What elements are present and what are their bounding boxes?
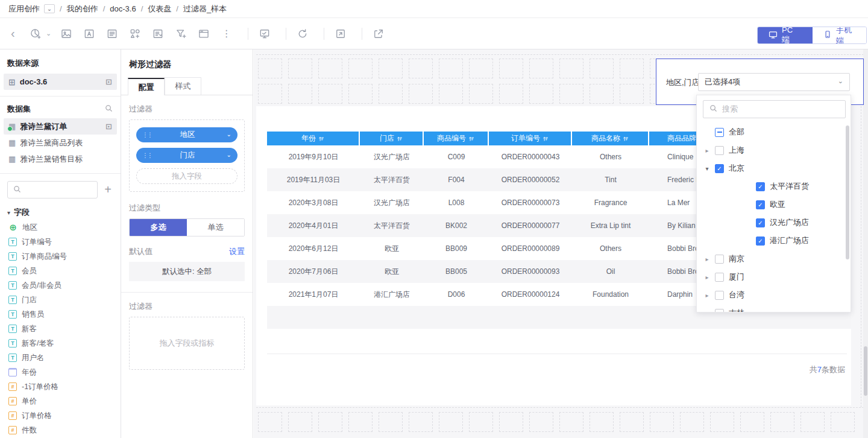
tree-option-吉林[interactable]: ▸吉林 bbox=[697, 304, 846, 313]
chevron-down-icon[interactable]: ⌄ bbox=[44, 4, 55, 13]
tab-block-icon[interactable] bbox=[195, 25, 213, 43]
checkbox-unchecked[interactable] bbox=[715, 291, 724, 300]
canvas-scrollbar[interactable] bbox=[863, 49, 868, 438]
sort-icon[interactable] bbox=[468, 136, 474, 142]
settings-link[interactable]: 设置 bbox=[229, 246, 245, 257]
tree-option-南京[interactable]: ▸南京 bbox=[697, 250, 846, 268]
funnel-add-icon[interactable] bbox=[172, 25, 190, 43]
breadcrumb-item[interactable]: 应用创作 bbox=[8, 4, 40, 14]
tree-option-上海[interactable]: ▸上海 bbox=[697, 141, 846, 159]
image-icon[interactable] bbox=[57, 25, 75, 43]
filter-type-单选[interactable]: 单选 bbox=[187, 219, 244, 236]
sort-icon[interactable] bbox=[623, 136, 629, 142]
tree-option-厦门[interactable]: ▸厦门 bbox=[697, 268, 846, 286]
field-item[interactable]: T新客/老客 bbox=[0, 336, 121, 351]
checkbox-checked[interactable]: ✓ bbox=[756, 218, 765, 227]
filter-drop-zone[interactable]: ⋮⋮地区⌄⋮⋮门店⌄ 拖入字段 bbox=[129, 119, 245, 192]
list-filter-icon[interactable] bbox=[149, 25, 167, 43]
field-item[interactable]: #件数 bbox=[0, 423, 121, 437]
chart-add-icon[interactable] bbox=[27, 25, 45, 43]
checkbox-unchecked[interactable] bbox=[715, 146, 724, 155]
component-add-icon[interactable] bbox=[126, 25, 144, 43]
checkbox-checked[interactable]: ✓ bbox=[715, 164, 724, 173]
checkbox-checked[interactable]: ✓ bbox=[756, 200, 765, 209]
chevron-down-icon[interactable]: ⌄ bbox=[46, 30, 51, 37]
column-header-1[interactable]: 年份 bbox=[267, 132, 360, 145]
tree-option-欧亚[interactable]: ✓欧亚 bbox=[697, 195, 846, 214]
dataset-item[interactable]: ▦雅诗兰黛销售目标 bbox=[4, 151, 117, 167]
text-icon[interactable] bbox=[80, 25, 98, 43]
tree-option-台湾[interactable]: ▸台湾 bbox=[697, 286, 846, 304]
panel-toggle-icon[interactable]: ⊡ bbox=[105, 77, 112, 86]
field-item[interactable]: T会员/非会员 bbox=[0, 278, 121, 293]
field-item[interactable]: ⊕地区 bbox=[0, 220, 121, 235]
more-icon[interactable]: ⋮ bbox=[218, 25, 236, 43]
field-item[interactable]: #-1订单价格 bbox=[0, 379, 121, 394]
field-item[interactable]: T门店 bbox=[0, 293, 121, 307]
filter-select[interactable]: 已选择4项 ⌄ bbox=[698, 73, 850, 91]
sort-icon[interactable] bbox=[542, 136, 549, 142]
tree-option-北京[interactable]: ▾✓北京 bbox=[697, 159, 846, 177]
field-item[interactable]: T销售员 bbox=[0, 307, 121, 322]
column-header-2[interactable]: 门店 bbox=[360, 132, 424, 145]
refresh-icon[interactable] bbox=[294, 25, 312, 43]
checkbox-unchecked[interactable] bbox=[715, 309, 724, 313]
sort-icon[interactable] bbox=[397, 136, 403, 142]
pc-view-button[interactable]: PC 端 bbox=[758, 27, 813, 43]
expand-arrow-icon[interactable]: ▾ bbox=[703, 165, 711, 172]
dropdown-scrollbar[interactable] bbox=[846, 125, 849, 259]
checkbox-checked[interactable]: ✓ bbox=[756, 236, 765, 246]
column-header-5[interactable]: 商品名称 bbox=[572, 132, 649, 145]
dataset-item[interactable]: ▦雅诗兰黛订单⊡ bbox=[4, 118, 117, 135]
drag-handle-icon[interactable]: ⋮⋮ bbox=[142, 152, 151, 159]
checkbox-indeterminate[interactable] bbox=[715, 128, 724, 137]
tab-配置[interactable]: 配置 bbox=[128, 78, 165, 95]
dataset-item[interactable]: ▦雅诗兰黛商品列表 bbox=[4, 135, 117, 151]
collapse-arrow-icon[interactable]: ▸ bbox=[703, 310, 711, 313]
field-item[interactable]: 年份 bbox=[0, 365, 121, 379]
fullscreen-icon[interactable] bbox=[332, 25, 350, 43]
breadcrumb-item[interactable]: 仪表盘 bbox=[148, 4, 171, 14]
back-icon[interactable]: ‹ bbox=[11, 27, 20, 40]
add-field-button[interactable]: + bbox=[102, 183, 113, 197]
checkbox-unchecked[interactable] bbox=[715, 255, 724, 264]
collapse-arrow-icon[interactable]: ▾ bbox=[7, 209, 10, 216]
field-item[interactable]: T会员 bbox=[0, 264, 121, 278]
collapse-arrow-icon[interactable]: ▸ bbox=[703, 147, 711, 154]
drag-handle-icon[interactable]: ⋮⋮ bbox=[142, 132, 151, 138]
collapse-arrow-icon[interactable]: ▸ bbox=[703, 256, 711, 262]
metric-drop-zone[interactable]: 拖入字段或指标 bbox=[129, 317, 245, 370]
column-header-3[interactable]: 商品编号 bbox=[424, 132, 489, 145]
breadcrumb-item[interactable]: doc-3.6 bbox=[110, 4, 136, 13]
field-item[interactable]: #单价 bbox=[0, 394, 121, 408]
chevron-down-icon[interactable]: ⌄ bbox=[224, 131, 231, 138]
form-icon[interactable] bbox=[103, 25, 121, 43]
drop-field-placeholder[interactable]: 拖入字段 bbox=[136, 168, 237, 184]
field-item[interactable]: T新客 bbox=[0, 322, 121, 336]
filter-chip[interactable]: ⋮⋮地区⌄ bbox=[136, 127, 237, 142]
tree-option-太平洋百货[interactable]: ✓太平洋百货 bbox=[697, 177, 846, 195]
field-item[interactable]: T订单商品编号 bbox=[0, 249, 121, 264]
preview-icon[interactable] bbox=[256, 25, 274, 43]
dashboard-canvas[interactable]: 年份门店商品编号订单编号商品名称商品品牌 2019年9月10日汉光广场店C009… bbox=[254, 49, 868, 438]
chevron-down-icon[interactable]: ⌄ bbox=[224, 151, 231, 158]
collapse-arrow-icon[interactable]: ▸ bbox=[703, 274, 711, 281]
field-item[interactable]: T用户名 bbox=[0, 351, 121, 365]
breadcrumb-item[interactable]: 过滤器_样本 bbox=[183, 4, 227, 14]
field-item[interactable]: T订单编号 bbox=[0, 235, 121, 249]
column-header-4[interactable]: 订单编号 bbox=[489, 132, 572, 145]
panel-toggle-icon[interactable]: ⊡ bbox=[105, 122, 112, 131]
filter-type-多选[interactable]: 多选 bbox=[130, 219, 187, 236]
tree-option-全部[interactable]: 全部 bbox=[697, 123, 846, 141]
field-search-input[interactable] bbox=[7, 181, 98, 198]
sort-icon[interactable] bbox=[318, 136, 324, 142]
tree-option-港汇广场店[interactable]: ✓港汇广场店 bbox=[697, 232, 846, 250]
checkbox-unchecked[interactable] bbox=[715, 273, 724, 282]
share-icon[interactable] bbox=[370, 25, 388, 43]
mobile-view-button[interactable]: 手机端 bbox=[813, 27, 866, 43]
data-source-item[interactable]: ⊞ doc-3.6 ⊡ bbox=[4, 74, 117, 90]
tab-样式[interactable]: 样式 bbox=[165, 77, 201, 95]
tree-option-汉光广场店[interactable]: ✓汉光广场店 bbox=[697, 214, 846, 232]
filter-chip[interactable]: ⋮⋮门店⌄ bbox=[136, 148, 237, 163]
breadcrumb-item[interactable]: 我的创作 bbox=[67, 4, 98, 14]
